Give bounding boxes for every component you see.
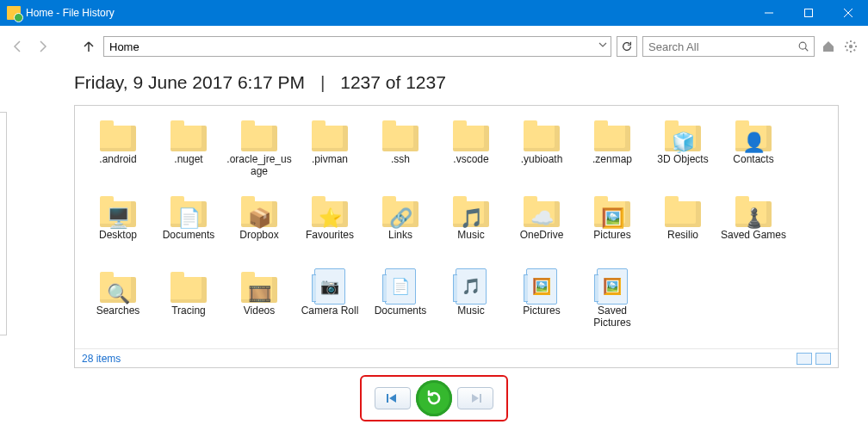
item-pictures[interactable]: 🖼️Pictures [507,266,576,338]
item-saved-games[interactable]: ♟️Saved Games [719,190,788,262]
item--android[interactable]: .android [84,114,152,187]
item-documents[interactable]: 📄Documents [154,190,223,262]
folder-favourites-icon: ⭐ [310,194,350,228]
item-3d-objects[interactable]: 🧊3D Objects [648,114,717,187]
library-camera-icon: 📷 [310,269,350,304]
item-pictures[interactable]: 🖼️Pictures [578,190,647,262]
maximize-button[interactable] [789,0,828,26]
item-label: Tracing [171,305,206,317]
svg-rect-1 [805,9,813,17]
folder-icon [522,118,561,152]
back-button[interactable] [9,37,28,56]
library-documents-icon: 📄 [381,269,420,304]
folder-dropbox-icon: 📦 [239,194,279,228]
folder-onedrive-icon: ☁️ [522,194,561,228]
item--nuget[interactable]: .nuget [154,114,223,187]
item-label: .nuget [174,154,202,166]
refresh-button[interactable] [617,36,637,57]
view-icons-button[interactable] [815,353,831,365]
svg-point-6 [849,45,852,48]
forward-button[interactable] [33,37,52,56]
svg-line-12 [854,50,856,52]
item-label: Music [457,230,484,242]
folder-links-icon: 🔗 [381,194,420,228]
item-label: Documents [375,305,427,317]
item-camera-roll[interactable]: 📷Camera Roll [295,266,364,338]
item-videos[interactable]: 🎞️Videos [225,266,294,338]
folder-icon [239,118,279,152]
item-desktop[interactable]: 🖥️Desktop [84,190,152,262]
folder-icon [381,118,420,152]
folder-games-icon: ♟️ [734,194,773,228]
path-input[interactable] [103,36,611,57]
item-tracing[interactable]: Tracing [154,266,223,338]
search-input[interactable] [643,37,814,56]
library-pictures-icon: 🖼️ [522,269,561,304]
home-icon[interactable] [820,38,837,55]
item--vscode[interactable]: .vscode [437,114,505,187]
item-label: .pivman [312,154,348,166]
item-label: Documents [163,230,215,242]
folder-icon [310,118,350,152]
item-label: Saved Pictures [579,305,646,329]
item-music[interactable]: 🎵Music [437,266,505,338]
item-links[interactable]: 🔗Links [366,190,435,262]
item-music[interactable]: 🎵Music [437,190,505,262]
up-button[interactable] [79,37,98,56]
item-label: .yubioath [521,154,563,166]
item-saved-pictures[interactable]: 🖼️Saved Pictures [578,266,647,338]
item-label: Desktop [99,230,137,242]
item-dropbox[interactable]: 📦Dropbox [225,190,294,262]
folder-documents-icon: 📄 [169,194,208,228]
item--oracle-jre-usage[interactable]: .oracle_jre_usage [225,114,294,187]
gear-icon[interactable] [842,38,859,55]
minimize-button[interactable] [749,0,789,26]
folder-search-icon: 🔍 [98,269,138,304]
item-label: Saved Games [721,230,786,242]
item-count: 28 items [82,353,121,365]
svg-line-11 [846,42,848,44]
folder-icon [98,118,138,152]
titlebar: Home - File History [0,0,868,26]
item-label: Videos [244,305,275,317]
snapshot-timestamp: Friday, 9 June 2017 6:17 PM [74,72,305,92]
item--pivman[interactable]: .pivman [295,114,364,187]
item--ssh[interactable]: .ssh [366,114,435,187]
annotation-highlight [360,375,508,421]
item-label: Favourites [306,230,354,242]
item-label: Pictures [523,305,560,317]
item-label: .android [99,154,136,166]
svg-line-14 [854,42,856,44]
item-label: Camera Roll [301,305,359,317]
item-contacts[interactable]: 👤Contacts [719,114,788,187]
folder-icon [451,118,491,152]
item-label: 3D Objects [657,154,708,166]
folder-3d-icon: 🧊 [663,118,703,152]
snapshot-header: Friday, 9 June 2017 6:17 PM | 1237 of 12… [0,58,868,105]
items-panel: .android.nuget.oracle_jre_usage.pivman.s… [74,105,839,368]
folder-icon [592,118,632,152]
folder-icon [169,118,208,152]
item-onedrive[interactable]: ☁️OneDrive [507,190,576,262]
folder-contacts-icon: 👤 [734,118,773,152]
app-icon [7,6,21,20]
folder-desktop-icon: 🖥️ [98,194,138,228]
window-title: Home - File History [26,7,115,19]
item--zenmap[interactable]: .zenmap [578,114,647,187]
item-label: .ssh [391,154,410,166]
item-documents[interactable]: 📄Documents [366,266,435,338]
item-searches[interactable]: 🔍Searches [84,266,152,338]
folder-icon [169,269,208,304]
item-favourites[interactable]: ⭐Favourites [295,190,364,262]
separator: | [320,72,325,92]
folder-pictures-icon: 🖼️ [592,194,632,228]
item-label: .zenmap [592,154,632,166]
item-resilio[interactable]: Resilio [648,190,717,262]
close-button[interactable] [828,0,868,26]
view-details-button[interactable] [797,353,812,365]
snapshot-position: 1237 of 1237 [340,72,446,92]
folder-videos-icon: 🎞️ [239,269,279,304]
item-label: .oracle_jre_usage [226,154,293,178]
search-icon [797,40,809,55]
item--yubioath[interactable]: .yubioath [507,114,576,187]
